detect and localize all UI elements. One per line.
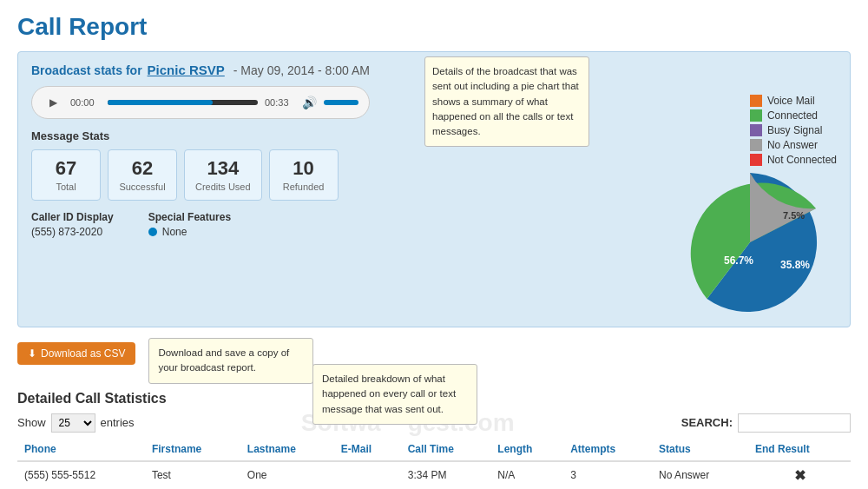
col-length: Length	[490, 438, 563, 461]
cell-lastname: One	[240, 461, 334, 490]
pie-chart-svg: 56.7% 35.8% 7.5%	[663, 169, 837, 316]
show-label: Show	[17, 416, 46, 429]
pie-label-gray: 7.5%	[783, 210, 805, 221]
caller-id-title: Caller ID Display	[31, 211, 114, 223]
volume-bar[interactable]	[324, 100, 358, 105]
cell-phone: (555) 555-5512	[17, 461, 145, 490]
legend-no-answer-label: No Answer	[767, 139, 818, 151]
col-email: E-Mail	[334, 438, 401, 461]
download-tooltip: Download and save a copy of your broadca…	[148, 338, 313, 384]
col-lastname: Lastname	[240, 438, 334, 461]
search-input[interactable]	[738, 413, 851, 433]
col-end-result: End Result	[748, 438, 851, 461]
broadcast-label: Broadcast stats for	[31, 63, 142, 77]
caller-id-value: (555) 873-2020	[31, 226, 114, 238]
audio-progress-bar[interactable]	[108, 100, 258, 105]
stat-credits-label: Credits Used	[195, 182, 251, 192]
table-body: (555) 555-5512 Test One 3:34 PM N/A 3 No…	[17, 461, 851, 490]
search-label: SEARCH:	[681, 416, 733, 429]
stat-total-number: 67	[43, 157, 89, 180]
right-section: Voice Mail Connected Busy Signal No	[594, 86, 837, 316]
legend-voicemail-label: Voice Mail	[767, 95, 815, 107]
cell-end-result: ✖	[748, 461, 851, 490]
special-features-title: Special Features	[148, 211, 231, 223]
legend-connected-color	[750, 109, 762, 122]
show-entries: Show 25 10 50 100 entries	[17, 413, 135, 433]
table-header: Phone Firstname Lastname E-Mail Call Tim…	[17, 438, 851, 461]
legend-not-connected-color	[750, 154, 762, 166]
stat-successful: 62 Successful	[108, 149, 177, 201]
cell-firstname: Test	[145, 461, 240, 490]
page-title: Call Report	[17, 13, 851, 41]
stat-total-label: Total	[56, 182, 76, 192]
info-row: Caller ID Display (555) 873-2020 Special…	[31, 211, 585, 238]
stat-refunded: 10 Refunded	[269, 149, 339, 201]
table-header-row: Phone Firstname Lastname E-Mail Call Tim…	[17, 438, 851, 461]
pie-label-blue: 56.7%	[724, 254, 753, 267]
play-button[interactable]: ▶	[43, 92, 63, 113]
download-csv-button[interactable]: ⬇ Download as CSV	[17, 342, 135, 365]
download-icon: ⬇	[28, 347, 36, 360]
cell-email	[334, 461, 401, 490]
legend-no-answer-color	[750, 139, 762, 151]
chart-legend: Voice Mail Connected Busy Signal No	[750, 95, 837, 169]
lower-section: ⬇ Download as CSV Download and save a co…	[17, 338, 851, 489]
col-firstname: Firstname	[145, 438, 240, 461]
broadcast-date: - May 09, 2014 - 8:00 AM	[233, 63, 370, 77]
pie-chart-area: Voice Mail Connected Busy Signal No	[594, 86, 837, 316]
feature-dot	[148, 228, 157, 236]
stat-refunded-number: 10	[280, 157, 327, 180]
legend-no-answer: No Answer	[750, 139, 837, 151]
legend-not-connected-label: Not Connected	[767, 154, 837, 166]
broadcast-event-name: Picnic RSVP	[148, 63, 225, 77]
stats-boxes: 67 Total 62 Successful 134 Credits Used …	[31, 149, 585, 201]
pie-label-green: 35.8%	[780, 259, 810, 271]
stat-successful-label: Successful	[119, 182, 165, 192]
table-row: (555) 555-5512 Test One 3:34 PM N/A 3 No…	[17, 461, 851, 490]
col-call-time: Call Time	[401, 438, 491, 461]
stat-total: 67 Total	[31, 149, 101, 201]
audio-end-time: 00:33	[265, 97, 295, 108]
legend-busy-color	[750, 124, 762, 136]
broadcast-panel: Broadcast stats for Picnic RSVP - May 09…	[17, 51, 851, 327]
audio-start-time: 00:00	[70, 97, 101, 108]
col-attempts: Attempts	[563, 438, 652, 461]
volume-icon: 🔊	[302, 96, 317, 109]
legend-busy-label: Busy Signal	[767, 124, 822, 136]
legend-not-connected: Not Connected	[750, 154, 837, 166]
entries-label: entries	[101, 416, 135, 429]
stat-successful-number: 62	[119, 157, 166, 180]
legend-connected: Connected	[750, 109, 837, 122]
caller-id-block: Caller ID Display (555) 873-2020	[31, 211, 114, 238]
entries-select[interactable]: 25 10 50 100	[51, 413, 95, 433]
download-btn-label: Download as CSV	[41, 347, 125, 360]
legend-connected-label: Connected	[767, 109, 818, 122]
cell-attempts: 3	[563, 461, 652, 490]
stat-credits-number: 134	[195, 157, 251, 180]
audio-progress-fill	[108, 100, 213, 105]
stat-credits: 134 Credits Used	[184, 149, 262, 201]
col-status: Status	[652, 438, 748, 461]
feature-item: None	[148, 226, 231, 238]
col-phone: Phone	[17, 438, 145, 461]
data-table: Phone Firstname Lastname E-Mail Call Tim…	[17, 438, 851, 490]
feature-none: None	[162, 226, 187, 238]
legend-voicemail: Voice Mail	[750, 95, 837, 107]
audio-player: ▶ 00:00 00:33 🔊	[31, 86, 370, 119]
legend-voicemail-color	[750, 95, 762, 107]
cell-length: N/A	[490, 461, 563, 490]
cell-status: No Answer	[652, 461, 748, 490]
detailed-breakdown-tooltip: Detailed breakdown of what happened on e…	[312, 364, 477, 425]
search-area: SEARCH:	[681, 413, 851, 433]
legend-busy: Busy Signal	[750, 124, 837, 136]
special-features-block: Special Features None	[148, 211, 231, 238]
cell-call-time: 3:34 PM	[401, 461, 491, 490]
stat-refunded-label: Refunded	[283, 182, 325, 192]
broadcast-tooltip: Details of the broadcast that was sent o…	[424, 56, 589, 147]
